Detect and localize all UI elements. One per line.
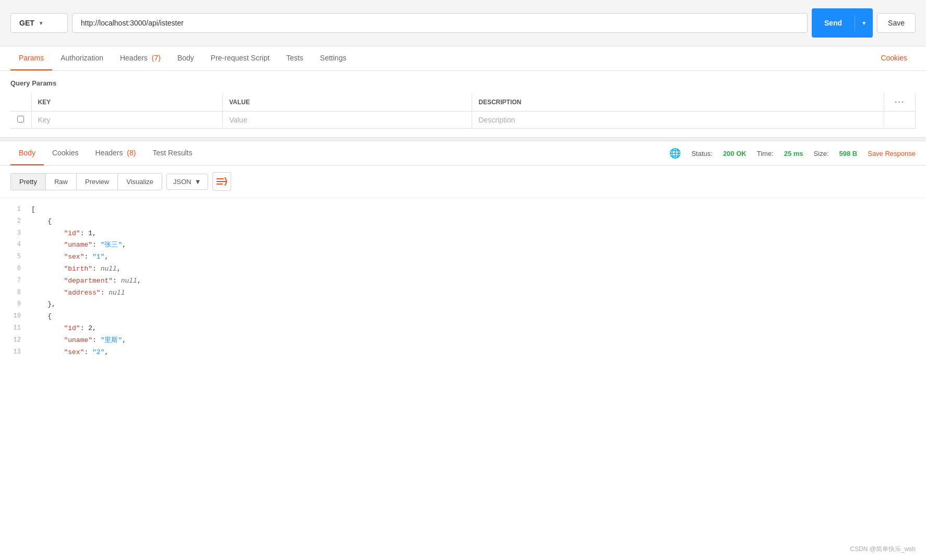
code-line-4: 4 "uname": "张三",	[0, 239, 926, 251]
method-select[interactable]: GET ▼	[10, 13, 68, 33]
code-line-7: 7 "department": null,	[0, 275, 926, 287]
send-button[interactable]: Send ▼	[812, 8, 873, 38]
size-value: 598 B	[839, 150, 858, 157]
view-visualize-button[interactable]: Visualize	[118, 174, 162, 190]
response-tab-test-results[interactable]: Test Results	[144, 141, 200, 165]
format-value: JSON	[173, 178, 191, 186]
tab-body[interactable]: Body	[169, 46, 202, 70]
code-line-11: 11 "id": 2,	[0, 323, 926, 335]
time-label: Time:	[757, 150, 774, 157]
status-label: Status:	[691, 150, 712, 157]
code-line-12: 12 "uname": "里斯",	[0, 335, 926, 347]
wrap-button[interactable]	[212, 172, 231, 191]
globe-icon[interactable]: 🌐	[669, 148, 681, 159]
watermark: CSDN @简单快乐_wsh	[850, 545, 916, 554]
row-more	[884, 112, 916, 129]
size-label: Size:	[814, 150, 829, 157]
status-value: 200 OK	[723, 150, 747, 157]
query-params-title: Query Params	[10, 79, 916, 87]
format-chevron-icon: ▼	[195, 178, 201, 186]
response-section: Body Cookies Headers (8) Test Results 🌐 …	[0, 141, 926, 364]
view-toggle: Pretty Raw Preview Visualize	[10, 173, 162, 190]
response-status: 🌐 Status: 200 OK Time: 25 ms Size: 598 B…	[669, 148, 916, 159]
params-section: Query Params KEY VALUE DESCRIPTION ···	[0, 71, 926, 137]
tab-params[interactable]: Params	[10, 46, 52, 70]
tab-cookies[interactable]: Cookies	[872, 46, 916, 70]
desc-cell[interactable]: Description	[472, 112, 884, 129]
view-preview-button[interactable]: Preview	[77, 174, 118, 190]
headers-badge: (7)	[152, 54, 161, 62]
format-select[interactable]: JSON ▼	[166, 174, 208, 190]
code-line-10: 10 {	[0, 311, 926, 323]
more-options-icon[interactable]: ···	[895, 98, 905, 106]
section-divider	[0, 137, 926, 141]
json-code-area: 1 [ 2 { 3 "id": 1, 4 "uname": "张三", 5 "s…	[0, 198, 926, 364]
response-tabs-bar: Body Cookies Headers (8) Test Results 🌐 …	[0, 141, 926, 166]
value-col-header: VALUE	[223, 93, 472, 112]
code-line-6: 6 "birth": null,	[0, 263, 926, 275]
more-col-header: ···	[884, 93, 916, 112]
save-button[interactable]: Save	[877, 13, 916, 33]
tab-authorization[interactable]: Authorization	[52, 46, 112, 70]
tab-prerequest[interactable]: Pre-request Script	[202, 46, 278, 70]
code-line-2: 2 {	[0, 216, 926, 228]
code-line-5: 5 "sex": "1",	[0, 251, 926, 263]
send-button-label: Send	[812, 14, 855, 32]
method-chevron-icon: ▼	[39, 20, 44, 26]
resp-headers-badge: (8)	[127, 149, 136, 157]
time-value: 25 ms	[784, 150, 803, 157]
key-cell[interactable]: Key	[31, 112, 223, 129]
value-cell[interactable]: Value	[223, 112, 472, 129]
key-col-header: KEY	[31, 93, 223, 112]
desc-col-header: DESCRIPTION	[472, 93, 884, 112]
response-tab-cookies[interactable]: Cookies	[44, 141, 87, 165]
code-line-3: 3 "id": 1,	[0, 228, 926, 240]
table-row: Key Value Description	[10, 112, 916, 129]
url-bar: GET ▼ Send ▼ Save	[0, 0, 926, 46]
row-checkbox-input[interactable]	[17, 116, 24, 123]
code-line-8: 8 "address": null	[0, 287, 926, 299]
response-tab-body[interactable]: Body	[10, 141, 44, 165]
code-line-1: 1 [	[0, 204, 926, 216]
row-checkbox[interactable]	[10, 112, 31, 129]
save-response-button[interactable]: Save Response	[868, 150, 916, 157]
body-controls: Pretty Raw Preview Visualize JSON ▼	[0, 166, 926, 198]
url-input[interactable]	[72, 13, 808, 33]
response-tab-headers[interactable]: Headers (8)	[87, 141, 145, 165]
tab-settings[interactable]: Settings	[311, 46, 355, 70]
tab-tests[interactable]: Tests	[278, 46, 312, 70]
checkbox-col-header	[10, 93, 31, 112]
view-pretty-button[interactable]: Pretty	[11, 174, 46, 190]
tab-headers[interactable]: Headers (7)	[112, 46, 169, 70]
params-table: KEY VALUE DESCRIPTION ··· Key	[10, 93, 916, 129]
send-dropdown-icon[interactable]: ▼	[855, 15, 873, 31]
code-line-9: 9 },	[0, 299, 926, 311]
view-raw-button[interactable]: Raw	[46, 174, 77, 190]
code-line-13: 13 "sex": "2",	[0, 347, 926, 359]
method-value: GET	[19, 19, 34, 27]
request-tabs: Params Authorization Headers (7) Body Pr…	[0, 46, 926, 71]
